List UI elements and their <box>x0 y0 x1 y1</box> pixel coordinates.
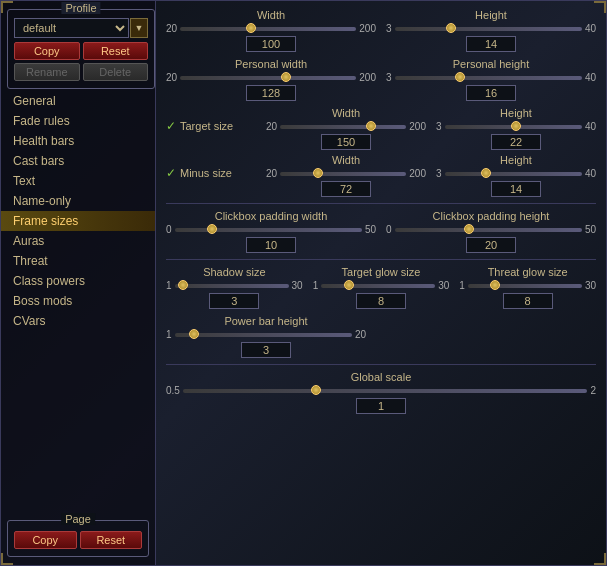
power-bar-height-thumb[interactable] <box>189 329 199 339</box>
minus-width-slider[interactable] <box>280 172 406 176</box>
sidebar-item-health-bars[interactable]: Health bars <box>1 131 155 151</box>
sidebar-item-text[interactable]: Text <box>1 171 155 191</box>
shadow-size-value[interactable]: 3 <box>209 293 259 309</box>
width-value[interactable]: 100 <box>246 36 296 52</box>
clickbox-padding-width-slider[interactable] <box>175 228 362 232</box>
target-glow-size-track-container: 1 30 <box>313 280 450 291</box>
target-width-min: 20 <box>266 121 277 132</box>
target-glow-size-value[interactable]: 8 <box>356 293 406 309</box>
global-scale-value[interactable]: 1 <box>356 398 406 414</box>
width-height-group: Width 20 200 100 Height 3 <box>166 9 596 52</box>
sidebar-item-boss-mods[interactable]: Boss mods <box>1 291 155 311</box>
sidebar-item-frame-sizes[interactable]: Frame sizes <box>1 211 155 231</box>
clickbox-padding-width-value[interactable]: 10 <box>246 237 296 253</box>
personal-height-col: Personal height 3 40 16 <box>386 58 596 101</box>
minus-height-value[interactable]: 14 <box>491 181 541 197</box>
target-glow-size-label: Target glow size <box>342 266 421 278</box>
sidebar-item-auras[interactable]: Auras <box>1 231 155 251</box>
personal-width-value[interactable]: 128 <box>246 85 296 101</box>
power-bar-height-max: 20 <box>355 329 366 340</box>
height-track-container: 3 40 <box>386 23 596 34</box>
target-size-sliders: Width 20 200 150 Height <box>266 107 596 150</box>
shadow-size-max: 30 <box>292 280 303 291</box>
minus-height-slider[interactable] <box>445 172 582 176</box>
threat-glow-size-slider[interactable] <box>468 284 582 288</box>
target-glow-size-min: 1 <box>313 280 319 291</box>
target-glow-size-slider[interactable] <box>321 284 435 288</box>
clickbox-padding-width-thumb[interactable] <box>207 224 217 234</box>
personal-height-thumb[interactable] <box>455 72 465 82</box>
threat-glow-size-value[interactable]: 8 <box>503 293 553 309</box>
sidebar-item-general[interactable]: General <box>1 91 155 111</box>
target-size-checkbox-area: ✓ Target size <box>166 107 266 133</box>
clickbox-padding-height-slider[interactable] <box>395 228 582 232</box>
threat-glow-size-max: 30 <box>585 280 596 291</box>
power-bar-height-group: Power bar height 1 20 3 <box>166 315 596 358</box>
shadow-size-slider[interactable] <box>175 284 289 288</box>
personal-height-value[interactable]: 16 <box>466 85 516 101</box>
width-thumb[interactable] <box>246 23 256 33</box>
global-scale-thumb[interactable] <box>311 385 321 395</box>
clickbox-padding-height-max: 50 <box>585 224 596 235</box>
global-scale-track-container: 0.5 2 <box>166 385 596 396</box>
sidebar-item-fade-rules[interactable]: Fade rules <box>1 111 155 131</box>
global-scale-slider[interactable] <box>183 389 588 393</box>
target-size-label[interactable]: Target size <box>180 120 233 132</box>
target-glow-size-thumb[interactable] <box>344 280 354 290</box>
personal-width-thumb[interactable] <box>281 72 291 82</box>
content-area: Width 20 200 100 Height 3 <box>156 1 606 565</box>
page-reset-button[interactable]: Reset <box>80 531 143 549</box>
width-slider[interactable] <box>180 27 356 31</box>
minus-size-sliders: Width 20 200 72 Height <box>266 154 596 197</box>
personal-width-col: Personal width 20 200 128 <box>166 58 376 101</box>
profile-copy-button[interactable]: Copy <box>14 42 80 60</box>
minus-height-thumb[interactable] <box>481 168 491 178</box>
target-width-slider[interactable] <box>280 125 406 129</box>
minus-size-label[interactable]: Minus size <box>180 167 232 179</box>
threat-glow-size-thumb[interactable] <box>490 280 500 290</box>
sidebar-item-threat[interactable]: Threat <box>1 251 155 271</box>
minus-width-col: Width 20 200 72 <box>266 154 426 197</box>
target-height-value[interactable]: 22 <box>491 134 541 150</box>
personal-width-slider[interactable] <box>180 76 356 80</box>
target-width-value[interactable]: 150 <box>321 134 371 150</box>
page-copy-button[interactable]: Copy <box>14 531 77 549</box>
width-track-container: 20 200 <box>166 23 376 34</box>
target-width-thumb[interactable] <box>366 121 376 131</box>
target-size-row: ✓ Target size Width 20 200 <box>166 107 596 150</box>
profile-dropdown[interactable]: default <box>14 18 129 38</box>
minus-width-thumb[interactable] <box>313 168 323 178</box>
clickbox-padding-height-min: 0 <box>386 224 392 235</box>
power-bar-height-value[interactable]: 3 <box>241 342 291 358</box>
sidebar-item-class-powers[interactable]: Class powers <box>1 271 155 291</box>
corner-decoration-bl <box>1 553 13 565</box>
profile-label: Profile <box>61 2 100 14</box>
sidebar-item-cast-bars[interactable]: Cast bars <box>1 151 155 171</box>
clickbox-padding-height-value[interactable]: 20 <box>466 237 516 253</box>
personal-width-min: 20 <box>166 72 177 83</box>
personal-height-slider[interactable] <box>395 76 582 80</box>
height-col: Height 3 40 14 <box>386 9 596 52</box>
minus-width-value[interactable]: 72 <box>321 181 371 197</box>
sidebar-item-name-only[interactable]: Name-only <box>1 191 155 211</box>
target-height-thumb[interactable] <box>511 121 521 131</box>
minus-size-row: ✓ Minus size Width 20 200 <box>166 154 596 197</box>
height-thumb[interactable] <box>446 23 456 33</box>
power-bar-height-slider[interactable] <box>175 333 352 337</box>
dropdown-arrow-button[interactable]: ▼ <box>130 18 148 38</box>
shadow-size-thumb[interactable] <box>178 280 188 290</box>
clickbox-padding-width-max: 50 <box>365 224 376 235</box>
minus-height-min: 3 <box>436 168 442 179</box>
sidebar-item-cvars[interactable]: CVars <box>1 311 155 331</box>
height-slider[interactable] <box>395 27 582 31</box>
clickbox-padding-width-label: Clickbox padding width <box>215 210 328 222</box>
global-scale-min: 0.5 <box>166 385 180 396</box>
profile-reset-button[interactable]: Reset <box>83 42 149 60</box>
clickbox-padding-height-thumb[interactable] <box>464 224 474 234</box>
minus-height-track-container: 3 40 <box>436 168 596 179</box>
shadow-size-min: 1 <box>166 280 172 291</box>
target-height-slider[interactable] <box>445 125 582 129</box>
personal-height-label: Personal height <box>453 58 529 70</box>
height-value[interactable]: 14 <box>466 36 516 52</box>
personal-height-track-container: 3 40 <box>386 72 596 83</box>
